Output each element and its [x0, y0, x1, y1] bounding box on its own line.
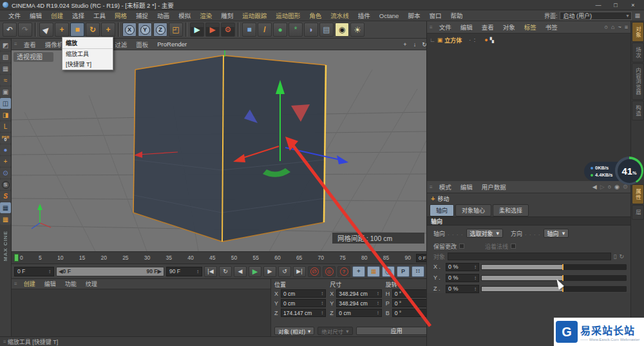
snap-icon[interactable]: + — [0, 156, 11, 167]
points-mode-icon[interactable]: ▣ — [0, 86, 11, 97]
refresh-icon[interactable]: ↻ — [619, 253, 624, 260]
size-mode-dropdown[interactable]: 绝对尺寸▾ — [317, 327, 352, 335]
menu-help[interactable]: 帮助 — [446, 11, 467, 20]
lock-y-axis-button[interactable]: Y — [138, 23, 152, 37]
tab-soft-selection[interactable]: 柔和选择 — [493, 204, 529, 216]
add-cube-button[interactable]: ■ — [242, 23, 256, 37]
axis-z-slider[interactable] — [481, 286, 627, 292]
om-menu-objects[interactable]: 对象 — [499, 23, 519, 32]
menu-window[interactable]: 窗口 — [424, 11, 446, 20]
vp-menu-view[interactable]: 查看 — [20, 40, 40, 49]
vp-menu-panel[interactable]: 面板 — [132, 40, 152, 49]
workplane-mode-icon[interactable]: ≈ — [0, 75, 11, 86]
mat-menu-texture[interactable]: 纹理 — [82, 280, 101, 288]
visibility-dots-icon[interactable]: · : — [469, 37, 476, 43]
home-icon[interactable]: ⌂ — [611, 24, 614, 30]
menu-sculpt[interactable]: 雕刻 — [216, 11, 238, 20]
menu-pipeline[interactable]: 流水线 — [326, 11, 354, 20]
goto-start-button[interactable]: |◀ — [204, 266, 217, 277]
axis-section-header[interactable]: 轴向 — [427, 216, 630, 226]
keyframe-selection-button[interactable]: ? — [337, 266, 350, 277]
size-y-field[interactable]: 348.294 cm↕ — [336, 299, 381, 307]
keep-changes-checkbox[interactable] — [459, 244, 464, 249]
axis-z-percent-field[interactable]: 0 %↕ — [446, 285, 479, 293]
tab-takes[interactable]: 场次 — [632, 43, 644, 62]
rotate-tool-button[interactable]: ↻ — [86, 23, 100, 37]
coordinate-system-button[interactable]: ◰ — [169, 23, 183, 37]
dolly-view-icon[interactable]: ↓ — [411, 41, 419, 48]
environment-button[interactable]: ◗ — [304, 23, 318, 37]
tab-axis[interactable]: 轴向 — [430, 204, 454, 216]
vp-menu-filter[interactable]: 过滤 — [111, 40, 131, 49]
next-frame-button[interactable]: ▶ — [263, 266, 276, 277]
interface-dropdown[interactable]: 启动 (用户) ▾ — [560, 12, 632, 20]
tab-content-browser[interactable]: 内容浏览器 — [632, 63, 644, 100]
size-x-field[interactable]: 348.294 cm↕ — [336, 289, 381, 298]
scale-tool-button[interactable]: ■ — [70, 23, 84, 37]
lock-z-axis-button[interactable]: Z — [153, 23, 167, 37]
tab-layers[interactable]: 层 — [632, 205, 644, 220]
model-mode-icon[interactable]: ▧ — [0, 52, 11, 62]
deformer-button[interactable]: * — [289, 23, 303, 37]
record-parameter-toggle[interactable]: P — [397, 266, 410, 277]
om-menu-edit[interactable]: 编辑 — [457, 23, 477, 32]
om-menu-tags[interactable]: 标签 — [520, 23, 540, 32]
floor-button[interactable]: ▤ — [319, 23, 334, 37]
drag-grip-icon[interactable]: ≡ — [14, 41, 17, 47]
menu-simulate[interactable]: 模拟 — [174, 11, 195, 20]
tab-objects[interactable]: 对象 — [632, 22, 644, 42]
viewport-3d[interactable]: 透视视图 网格间距 : 100 cm — [12, 50, 440, 251]
drag-grip-icon[interactable]: ≡ — [14, 281, 17, 287]
menu-character[interactable]: 角色 — [305, 11, 326, 20]
make-editable-icon[interactable]: ◩ — [0, 40, 11, 51]
record-pla-toggle[interactable]: ∷ — [412, 266, 424, 277]
undo-button[interactable]: ↶ — [3, 23, 17, 37]
magnet-icon[interactable]: S — [0, 191, 11, 202]
clear-field-icon[interactable]: ▯ — [614, 253, 617, 260]
menu-motion-tracker[interactable]: 运动跟踪 — [238, 11, 271, 20]
tab-attributes[interactable]: 属性 — [632, 184, 644, 204]
along-normals-checkbox[interactable] — [511, 244, 516, 249]
am-menu-userdata[interactable]: 用户数据 — [478, 182, 510, 191]
light-button[interactable]: ☀ — [350, 23, 365, 37]
direction-dropdown[interactable]: 轴向▾ — [544, 229, 569, 238]
menu-tools[interactable]: 工具 — [89, 11, 110, 20]
menu-animate[interactable]: 动画 — [153, 11, 174, 20]
mat-menu-function[interactable]: 功能 — [61, 280, 80, 288]
psr-lock-icon[interactable]: PSR0 — [0, 133, 11, 144]
position-z-field[interactable]: 174.147 cm↕ — [281, 309, 326, 317]
menu-octane[interactable]: Octane — [375, 12, 404, 19]
camera-button[interactable]: ◉ — [335, 23, 349, 37]
axis-x-slider[interactable] — [481, 264, 627, 270]
play-button[interactable]: ▶ — [249, 266, 261, 277]
render-settings-button[interactable]: ⚙ — [221, 23, 235, 37]
axis-mode-icon[interactable]: L — [0, 121, 11, 132]
mat-menu-create[interactable]: 创建 — [20, 280, 39, 288]
am-menu-mode[interactable]: 模式 — [435, 182, 455, 191]
filter-icon[interactable]: ~ — [618, 24, 621, 30]
last-tool-button[interactable]: + — [101, 23, 115, 37]
interactive-mode-icon[interactable]: ⊙ — [0, 168, 11, 178]
record-position-toggle[interactable]: + — [352, 266, 365, 277]
minimize-button[interactable]: — — [590, 1, 607, 10]
menu-snap[interactable]: 捕捉 — [131, 11, 153, 20]
download-progress-widget[interactable]: 0KB/s 4.4KB/s 41% — [584, 157, 643, 186]
current-frame-field[interactable]: 0 F ↕ — [14, 267, 54, 276]
layout-grid-icon[interactable]: ▦ — [634, 12, 640, 19]
play-backward-button[interactable]: ◀ — [234, 266, 247, 277]
object-label[interactable]: 立方体 — [444, 36, 462, 44]
material-list-area[interactable] — [12, 289, 270, 336]
max-frame-field[interactable]: 90 F ↕ — [166, 267, 202, 276]
burger-menu-icon[interactable]: ≡ — [625, 24, 628, 30]
polygons-mode-icon[interactable]: ◨ — [0, 110, 11, 120]
search-icon[interactable]: ○ — [605, 24, 608, 30]
menu-script[interactable]: 脚本 — [403, 11, 424, 20]
record-keyframe-button[interactable]: ∅ — [308, 266, 321, 277]
maximize-button[interactable]: □ — [607, 1, 624, 10]
frame-range-slider[interactable]: ◀ 0 F 90 F ▶ — [56, 267, 164, 276]
menu-plugins[interactable]: 插件 — [354, 11, 375, 20]
drag-grip-icon[interactable]: ≡ — [430, 184, 433, 190]
apply-button[interactable]: 应用 — [356, 327, 437, 335]
close-button[interactable]: × — [625, 1, 641, 10]
axis-y-percent-field[interactable]: 0 %↕ — [446, 274, 479, 282]
